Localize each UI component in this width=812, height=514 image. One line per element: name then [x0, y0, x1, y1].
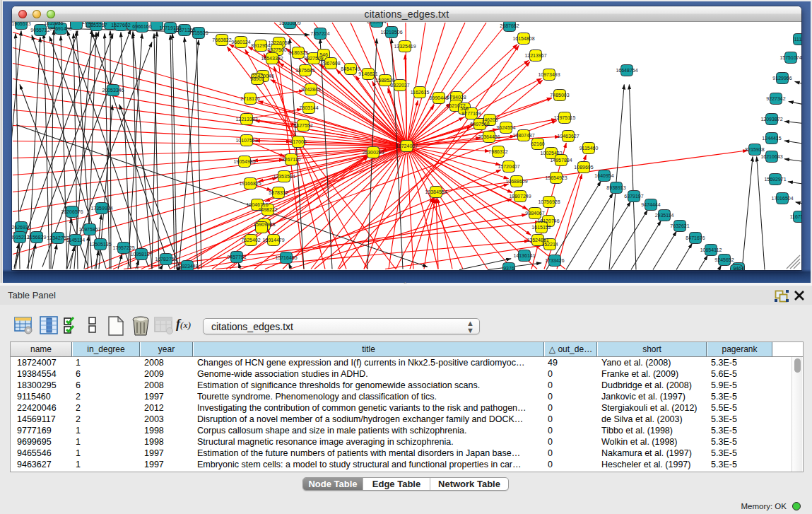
- svg-text:19046716: 19046716: [246, 202, 268, 207]
- svg-text:12226058: 12226058: [268, 40, 290, 45]
- svg-text:8813054: 8813054: [367, 22, 386, 24]
- svg-text:20053346: 20053346: [102, 88, 124, 93]
- svg-text:2687682: 2687682: [500, 23, 519, 28]
- svg-text:12213383: 12213383: [235, 117, 257, 122]
- svg-text:17016504: 17016504: [771, 196, 793, 201]
- svg-text:545: 545: [460, 106, 469, 111]
- svg-text:5878332: 5878332: [269, 190, 288, 195]
- svg-text:20206576: 20206576: [61, 209, 83, 214]
- svg-text:6497568: 6497568: [470, 122, 489, 127]
- svg-text:9474444: 9474444: [641, 202, 660, 207]
- svg-text:10958127: 10958127: [130, 252, 152, 257]
- svg-text:98901: 98901: [250, 76, 264, 81]
- svg-text:17359924: 17359924: [90, 206, 112, 211]
- svg-text:9129966: 9129966: [772, 76, 792, 81]
- svg-text:10107553: 10107553: [235, 138, 257, 143]
- svg-text:2718176: 2718176: [240, 96, 259, 101]
- svg-text:16033809: 16033809: [278, 22, 300, 25]
- svg-text:20691406: 20691406: [49, 26, 71, 31]
- svg-text:1640954: 1640954: [594, 173, 613, 178]
- svg-text:8938913: 8938913: [606, 185, 625, 190]
- svg-text:9227342: 9227342: [766, 96, 785, 101]
- svg-text:7485003: 7485003: [550, 93, 569, 98]
- svg-text:14136141: 14136141: [513, 253, 535, 258]
- svg-text:9245652: 9245652: [714, 257, 734, 262]
- svg-text:12505135: 12505135: [89, 242, 111, 247]
- svg-text:8990448: 8990448: [429, 95, 448, 100]
- svg-text:14957884: 14957884: [550, 158, 572, 163]
- svg-text:7632621: 7632621: [670, 223, 689, 228]
- svg-text:1112: 1112: [794, 37, 801, 42]
- svg-text:9384067: 9384067: [525, 211, 544, 216]
- svg-text:6379197: 6379197: [624, 194, 643, 199]
- svg-text:1167533: 1167533: [790, 214, 801, 219]
- svg-text:1733426: 1733426: [545, 258, 564, 263]
- svg-text:15751074: 15751074: [779, 55, 801, 60]
- svg-text:746206: 746206: [481, 117, 498, 122]
- svg-text:15692971: 15692971: [764, 177, 786, 182]
- svg-text:19654923: 19654923: [545, 175, 567, 180]
- svg-text:6966160: 6966160: [132, 24, 151, 29]
- svg-text:9376: 9376: [503, 266, 514, 270]
- svg-text:1244415: 1244415: [762, 136, 781, 141]
- svg-text:10654112: 10654112: [700, 247, 722, 252]
- svg-text:19218506: 19218506: [380, 30, 402, 35]
- svg-text:17957225: 17957225: [112, 245, 134, 250]
- svg-text:2935114: 2935114: [655, 213, 674, 218]
- svg-text:7986372: 7986372: [488, 149, 507, 154]
- svg-text:10756928: 10756928: [538, 199, 560, 204]
- svg-text:16914479: 16914479: [262, 238, 284, 243]
- svg-text:6794028: 6794028: [447, 95, 466, 100]
- svg-text:16543382: 16543382: [261, 56, 283, 61]
- svg-text:2367608: 2367608: [321, 61, 340, 66]
- svg-text:9660124: 9660124: [231, 40, 250, 45]
- svg-text:8322037: 8322037: [390, 83, 409, 88]
- svg-text:1615152: 1615152: [531, 225, 551, 230]
- svg-text:18724007: 18724007: [396, 144, 418, 148]
- svg-text:16648754: 16648754: [616, 68, 637, 73]
- svg-text:62160: 62160: [531, 141, 545, 146]
- svg-text:16210643: 16210643: [760, 154, 782, 159]
- svg-text:25300293: 25300293: [362, 150, 384, 155]
- svg-text:19166825: 19166825: [239, 181, 261, 186]
- svg-text:16154808: 16154808: [512, 36, 534, 41]
- svg-text:1162615: 1162615: [411, 90, 430, 95]
- svg-text:9777169: 9777169: [461, 111, 481, 116]
- svg-text:10025433: 10025433: [540, 151, 562, 156]
- svg-text:10853267: 10853267: [85, 23, 107, 28]
- svg-text:3875685: 3875685: [295, 68, 314, 73]
- svg-text:9242845: 9242845: [301, 87, 320, 92]
- svg-text:7515526: 7515526: [189, 30, 208, 35]
- svg-text:9055712: 9055712: [30, 28, 49, 33]
- svg-text:12093872: 12093872: [760, 117, 782, 122]
- svg-text:12975115: 12975115: [554, 115, 576, 120]
- svg-text:12353594: 12353594: [273, 174, 295, 179]
- svg-text:10807487: 10807487: [512, 133, 534, 138]
- svg-text:8454749: 8454749: [341, 66, 360, 71]
- svg-text:1588520: 1588520: [375, 78, 394, 83]
- svg-text:9115460: 9115460: [579, 146, 599, 151]
- svg-text:3624554: 3624554: [496, 125, 515, 130]
- svg-text:10688609: 10688609: [505, 179, 527, 184]
- svg-text:1089695: 1089695: [574, 165, 593, 170]
- svg-text:1156829: 1156829: [28, 235, 47, 240]
- svg-text:16782759: 16782759: [155, 257, 177, 262]
- svg-text:13325419: 13325419: [394, 44, 416, 49]
- svg-text:8427552: 8427552: [293, 123, 312, 128]
- svg-text:19463627: 19463627: [557, 134, 579, 139]
- svg-text:1145114: 1145114: [66, 238, 85, 243]
- svg-text:9146821: 9146821: [358, 71, 377, 76]
- svg-text:20364436: 20364436: [478, 134, 500, 139]
- svg-text:18807249: 18807249: [509, 194, 531, 199]
- svg-text:9327500: 9327500: [267, 47, 286, 52]
- svg-text:15716485: 15716485: [275, 255, 297, 260]
- svg-text:7803144: 7803144: [299, 105, 318, 110]
- svg-text:546: 546: [319, 52, 328, 57]
- svg-text:7357224: 7357224: [310, 31, 329, 36]
- svg-text:12923448: 12923448: [176, 264, 198, 269]
- svg-text:19384554: 19384554: [425, 189, 447, 194]
- svg-text:93: 93: [734, 268, 739, 270]
- svg-text:3267110: 3267110: [282, 157, 301, 162]
- svg-text:19054985: 19054985: [233, 159, 255, 164]
- svg-text:417006: 417006: [290, 139, 306, 144]
